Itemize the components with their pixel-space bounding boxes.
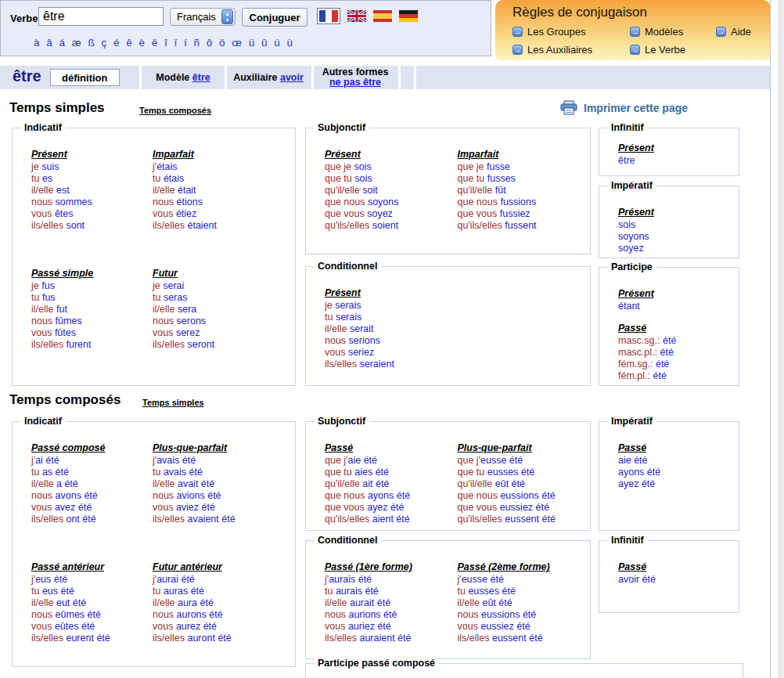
pronoun: qu'il/elle — [458, 478, 495, 489]
verb-form: soyez — [367, 208, 393, 219]
tense-block-present: Présentque je soisque tu soisqu'il/elle … — [325, 149, 458, 232]
verb-form: fus — [42, 292, 56, 303]
verb-form: aurai été — [156, 574, 195, 585]
conjugation-line: tu es — [31, 173, 153, 185]
verb-search-panel: Verbe Français ▲▼ Conjuguer à â á æ ß ç … — [0, 0, 491, 56]
pronoun: tu — [31, 467, 42, 478]
verb-form: aie été — [348, 455, 378, 466]
conjugation-line: vous aviez été — [153, 502, 274, 514]
verb-form: étant — [618, 301, 640, 312]
rules-link-groupes[interactable]: → Les Groupes — [512, 26, 585, 38]
france-flag-icon — [319, 10, 338, 22]
verb-form: avais été — [156, 455, 196, 466]
conjugation-line: tu fus — [31, 292, 153, 304]
pronoun: nous — [153, 609, 177, 620]
verb-form: serais — [335, 300, 361, 311]
verb-form: sommes — [56, 197, 92, 207]
nav-aux-link[interactable]: avoir — [280, 72, 304, 83]
conjugation-line: ils/elles eussent été — [458, 633, 591, 644]
pronoun: tu — [31, 586, 42, 597]
tense-block-present: Présentsoissoyonssoyez — [618, 207, 739, 254]
conjugation-line: je suis — [31, 161, 153, 173]
verb-form: soient — [372, 220, 398, 231]
spain-flag-icon[interactable] — [373, 10, 392, 22]
temps-simples-link[interactable]: Temps simples — [142, 398, 204, 407]
tense-block-passe: Passémasc.sg.: étémasc.pl.: étéfém.sg.: … — [618, 323, 739, 382]
conjugation-line: vous eussiez été — [458, 621, 591, 633]
nav-other-link[interactable]: ne pas être — [329, 78, 381, 88]
verb-input[interactable] — [38, 7, 164, 26]
verb-form: soyons — [618, 231, 649, 242]
pronoun: que tu — [458, 467, 487, 478]
conjugation-line: nous avons été — [31, 490, 153, 502]
language-select[interactable]: Français ▲▼ — [170, 8, 236, 26]
conjugation-line: ils/elles sont — [31, 220, 153, 232]
accent-characters[interactable]: à â á æ ß ç é ê è ë î ï í ñ ô ö œ ü û ú … — [34, 37, 295, 49]
verb-form: eusse été — [462, 574, 504, 585]
conjugation-line: fém.pl.: été — [618, 370, 739, 382]
pronoun: vous — [458, 621, 481, 632]
conjugation-line: vous avez été — [31, 502, 153, 514]
rules-link-label: Les Auxiliaires — [527, 44, 592, 56]
conjugation-line: nous étions — [153, 197, 274, 208]
pronoun: tu — [153, 292, 164, 303]
verb-form: seraient — [359, 359, 394, 370]
verb-form: ai été — [35, 455, 59, 466]
pronoun: vous — [31, 621, 55, 632]
rules-link-auxiliaires[interactable]: → Les Auxiliaires — [512, 44, 592, 56]
conjugation-line: tu étais — [153, 173, 274, 185]
pronoun: que nous — [325, 490, 368, 501]
nav-model-link[interactable]: être — [192, 72, 210, 83]
tense-block-passe-anterieur: Passé antérieurj'eus ététu eus étéil/ell… — [31, 561, 153, 644]
pronoun: tu — [325, 586, 336, 597]
fieldset-indicatif-compose: Indicatif Passé composéj'ai ététu as été… — [12, 421, 296, 667]
conjugation-line: tu as été — [31, 467, 153, 478]
verb-form: ait été — [362, 478, 389, 489]
uk-flag-icon[interactable] — [347, 10, 366, 22]
conjugate-button[interactable]: Conjuguer — [242, 8, 307, 27]
page-edge-divider — [770, 0, 771, 678]
verb-form: eurent été — [66, 633, 110, 644]
nav-model-label: Modèle — [156, 72, 189, 83]
pronoun: masc.pl.: — [618, 347, 660, 358]
germany-flag-icon[interactable] — [399, 10, 418, 22]
verb-form: soyons — [368, 197, 399, 207]
conjugation-line: ils/elles seraient — [325, 359, 446, 370]
nav-auxiliary: Auxiliaire avoir — [228, 66, 308, 89]
pronoun: vous — [31, 327, 55, 338]
fieldset-imperatif-simple: Impératif Présentsoissoyonssoyez — [599, 186, 739, 258]
rules-link-verbe[interactable]: → Le Verbe — [630, 44, 685, 56]
verb-form: aviez été — [176, 502, 215, 513]
french-flag-selected[interactable] — [317, 8, 340, 24]
temps-simples-heading: Temps simples — [9, 100, 105, 116]
conjugation-line: ayons été — [618, 467, 739, 478]
temps-composes-link[interactable]: Temps composés — [139, 106, 211, 115]
conjugation-line: j'ai été — [31, 455, 153, 467]
conjugation-line: nous eûmes été — [31, 609, 153, 621]
conjugation-line: tu aurais été — [325, 586, 458, 597]
fieldset-legend: Participe — [607, 261, 656, 272]
rules-link-modeles[interactable]: → Modèles — [630, 26, 683, 38]
conjugation-line: nous aurons été — [153, 609, 274, 621]
conjugation-line: que vous ayez été — [325, 502, 458, 514]
rules-link-aide[interactable]: → Aide — [716, 26, 751, 38]
nav-divider — [414, 66, 416, 89]
pronoun: que vous — [325, 502, 367, 513]
verb-form: était — [178, 185, 196, 196]
definition-button[interactable]: définition — [50, 69, 120, 86]
conjugation-line: ils/elles auraient été — [325, 633, 458, 644]
print-page-link[interactable]: Imprimer cette page — [560, 100, 688, 115]
pronoun: que j' — [325, 455, 348, 466]
conjugation-line: j'aurai été — [153, 574, 274, 586]
pronoun: tu — [458, 586, 469, 597]
pronoun: ils/elles — [31, 633, 66, 644]
scrollbar-strip[interactable] — [779, 0, 784, 678]
conjugation-line: tu seras — [153, 292, 274, 304]
fieldset-legend: Infinitif — [607, 535, 648, 546]
conjugation-line: qu'il/elle soit — [325, 185, 458, 197]
pronoun: tu — [325, 312, 336, 323]
verb-form: êtes — [55, 208, 74, 219]
tense-block-futur-anterieur: Futur antérieurj'aurai ététu auras étéil… — [153, 561, 274, 644]
tense-title: Plus-que-parfait — [153, 442, 274, 453]
tense-block-present: Présentje suistu esil/elle estnous somme… — [31, 149, 153, 232]
